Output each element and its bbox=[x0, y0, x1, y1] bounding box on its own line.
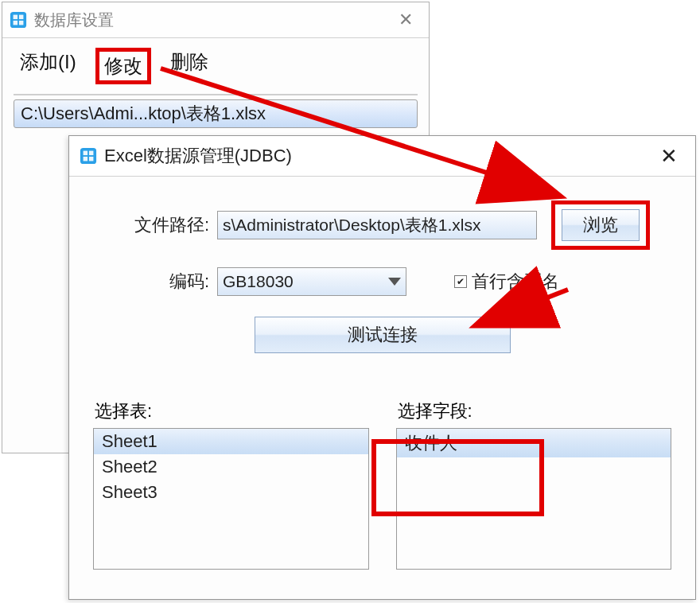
list-item[interactable]: Sheet2 bbox=[94, 454, 368, 480]
encoding-select[interactable]: GB18030 bbox=[217, 267, 406, 296]
close-icon[interactable]: ✕ bbox=[389, 6, 422, 33]
excel-datasource-dialog: Excel数据源管理(JDBC) ✕ 文件路径: s\Administrator… bbox=[68, 135, 696, 600]
field-listbox[interactable]: 收件人 bbox=[396, 428, 672, 570]
encoding-label: 编码: bbox=[90, 270, 217, 294]
app-icon bbox=[9, 10, 28, 29]
svg-rect-9 bbox=[89, 157, 94, 161]
list-item[interactable]: 收件人 bbox=[397, 429, 671, 457]
db-settings-menu: 添加(I) 修改 删除 bbox=[2, 38, 429, 94]
first-row-header-label: 首行含列名 bbox=[472, 270, 559, 294]
svg-rect-2 bbox=[19, 15, 23, 19]
svg-rect-4 bbox=[19, 21, 23, 25]
close-icon[interactable]: ✕ bbox=[652, 142, 686, 169]
browse-button[interactable]: 浏览 bbox=[562, 209, 640, 241]
data-source-path[interactable]: C:\Users\Admi...ktop\表格1.xlsx bbox=[14, 99, 418, 128]
svg-rect-7 bbox=[89, 151, 94, 156]
dialog-title: Excel数据源管理(JDBC) bbox=[104, 144, 292, 168]
browse-highlight: 浏览 bbox=[551, 200, 650, 250]
file-path-label: 文件路径: bbox=[90, 213, 217, 237]
svg-rect-0 bbox=[10, 12, 26, 28]
chevron-down-icon bbox=[388, 278, 401, 286]
svg-rect-8 bbox=[84, 157, 88, 161]
menu-add[interactable]: 添加(I) bbox=[15, 48, 81, 76]
test-connection-button[interactable]: 测试连接 bbox=[255, 317, 511, 353]
svg-rect-3 bbox=[14, 21, 18, 25]
app-icon bbox=[79, 146, 98, 165]
list-item[interactable]: Sheet1 bbox=[94, 429, 368, 454]
dialog-titlebar[interactable]: Excel数据源管理(JDBC) ✕ bbox=[69, 136, 695, 177]
svg-rect-1 bbox=[14, 15, 18, 19]
db-settings-title: 数据库设置 bbox=[34, 10, 114, 31]
file-path-input[interactable]: s\Administrator\Desktop\表格1.xlsx bbox=[217, 211, 537, 239]
menu-modify[interactable]: 修改 bbox=[95, 48, 151, 84]
first-row-header-checkbox[interactable]: ✔ 首行含列名 bbox=[454, 270, 559, 294]
menu-delete[interactable]: 删除 bbox=[165, 48, 213, 76]
encoding-value: GB18030 bbox=[223, 272, 294, 291]
select-field-label: 选择字段: bbox=[398, 399, 672, 423]
svg-rect-6 bbox=[84, 151, 88, 156]
table-listbox[interactable]: Sheet1 Sheet2 Sheet3 bbox=[93, 428, 369, 570]
list-item[interactable]: Sheet3 bbox=[94, 480, 368, 505]
checkbox-icon: ✔ bbox=[454, 275, 467, 288]
svg-rect-5 bbox=[80, 148, 96, 164]
db-settings-titlebar[interactable]: 数据库设置 ✕ bbox=[2, 2, 429, 38]
select-table-label: 选择表: bbox=[95, 399, 369, 423]
